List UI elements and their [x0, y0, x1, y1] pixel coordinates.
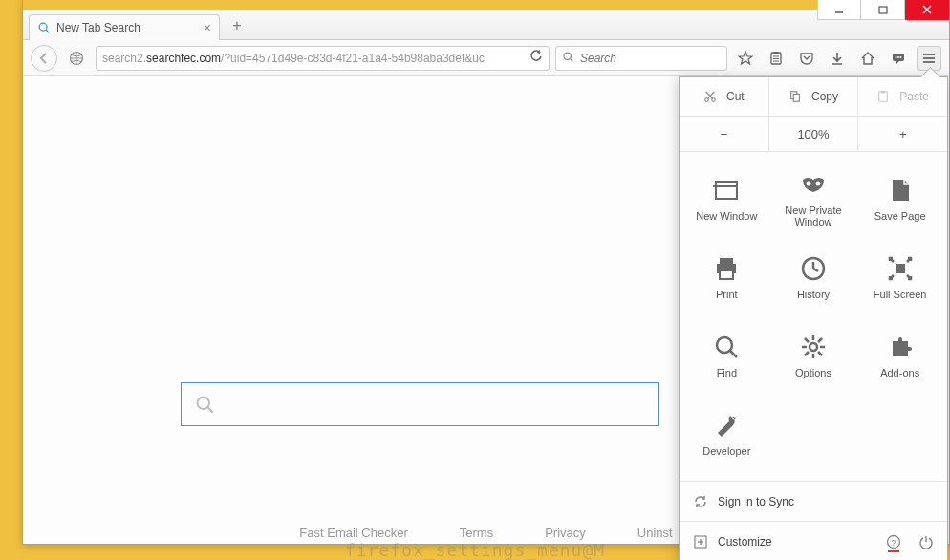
svg-line-50	[818, 338, 822, 342]
menu-item-label: Save Page	[874, 210, 926, 222]
tab-active[interactable]: New Tab Search ×	[29, 14, 220, 40]
chat-icon[interactable]	[886, 46, 911, 71]
titlebar	[23, 0, 949, 10]
svg-rect-31	[716, 182, 737, 199]
footer-link[interactable]: Uninst	[637, 526, 673, 540]
navbar: search2.searchfec.com/?uid=4571d49e-c83d…	[23, 40, 949, 76]
svg-rect-30	[881, 91, 885, 94]
bookmark-star-icon[interactable]	[733, 46, 758, 71]
customize-row[interactable]: Customize ?	[680, 521, 947, 560]
home-icon[interactable]	[855, 46, 880, 71]
downloads-icon[interactable]	[825, 46, 850, 71]
mask-icon	[799, 170, 828, 199]
fullscreen-button[interactable]: Full Screen	[856, 238, 943, 316]
menu-grid: New Window New Private Window Save Page …	[680, 152, 947, 481]
cut-button[interactable]: Cut	[680, 77, 769, 116]
svg-rect-39	[896, 264, 905, 273]
copy-button[interactable]: Copy	[769, 77, 859, 116]
sync-row[interactable]: Sign in to Sync	[680, 481, 947, 521]
page-icon	[886, 176, 915, 205]
svg-line-49	[805, 352, 809, 355]
minimize-button[interactable]	[817, 0, 861, 20]
svg-line-47	[805, 338, 809, 342]
menu-item-label: Developer	[702, 445, 750, 457]
svg-point-21	[198, 398, 210, 410]
gear-icon	[799, 333, 828, 361]
svg-line-8	[571, 58, 573, 61]
copy-label: Copy	[811, 90, 838, 103]
footer-link[interactable]: Terms	[460, 526, 493, 540]
footer-link[interactable]: Privacy	[545, 526, 586, 540]
svg-line-41	[730, 351, 737, 357]
page-search-box[interactable]	[181, 382, 659, 426]
svg-point-7	[564, 53, 571, 59]
menu-item-label: New Window	[696, 210, 757, 222]
svg-text:?: ?	[891, 537, 896, 547]
tab-close-icon[interactable]: ×	[204, 20, 211, 35]
save-page-button[interactable]: Save Page	[856, 160, 943, 238]
puzzle-icon	[886, 333, 915, 361]
svg-point-40	[717, 337, 732, 353]
paste-button: Paste	[858, 77, 947, 116]
pocket-icon[interactable]	[794, 46, 819, 71]
print-button[interactable]: Print	[683, 238, 770, 316]
menu-item-label: Full Screen	[874, 289, 927, 300]
print-icon	[712, 254, 741, 283]
search-bar[interactable]	[555, 46, 727, 71]
menu-item-label: History	[797, 289, 830, 300]
svg-line-48	[818, 352, 822, 355]
svg-line-5	[46, 30, 49, 32]
window-icon	[712, 176, 741, 205]
options-button[interactable]: Options	[770, 316, 857, 395]
find-button[interactable]: Find	[683, 316, 770, 395]
search-input[interactable]	[580, 52, 721, 65]
reload-icon[interactable]	[529, 50, 543, 66]
clock-icon	[799, 254, 828, 283]
plus-icon	[693, 534, 708, 549]
svg-rect-35	[720, 258, 733, 264]
url-path: /?uid=4571d49e-c83d-4f21-a1a4-54b98aba3d…	[221, 52, 485, 65]
menu-item-label: Print	[716, 289, 738, 300]
history-button[interactable]: History	[770, 238, 857, 316]
sync-icon	[693, 494, 708, 509]
sync-label: Sign in to Sync	[718, 495, 794, 508]
svg-point-4	[39, 23, 47, 31]
menu-item-label: Find	[717, 367, 737, 378]
fullscreen-icon	[886, 254, 915, 283]
maximize-button[interactable]	[861, 0, 905, 20]
url-bar[interactable]: search2.searchfec.com/?uid=4571d49e-c83d…	[96, 46, 550, 71]
svg-point-34	[815, 182, 820, 186]
svg-point-16	[897, 56, 899, 58]
svg-point-42	[810, 343, 817, 351]
menu-item-label: New Private Window	[770, 205, 857, 227]
tab-title: New Tab Search	[56, 21, 140, 34]
developer-button[interactable]: Developer	[683, 395, 770, 473]
close-button[interactable]	[905, 0, 949, 20]
addons-button[interactable]: Add-ons	[856, 316, 943, 395]
svg-rect-10	[774, 52, 779, 54]
edit-row: Cut Copy Paste	[680, 77, 947, 117]
svg-rect-28	[793, 94, 799, 101]
new-tab-button[interactable]: +	[226, 14, 248, 37]
zoom-in-button[interactable]: +	[858, 117, 947, 151]
svg-rect-37	[720, 270, 733, 279]
search-icon	[37, 21, 51, 34]
svg-point-15	[896, 56, 897, 58]
clipboard-icon[interactable]	[764, 46, 788, 71]
svg-point-17	[900, 56, 902, 58]
new-window-button[interactable]: New Window	[683, 160, 770, 238]
tabstrip: New Tab Search × +	[23, 10, 949, 40]
zoom-out-button[interactable]: −	[680, 117, 769, 151]
hamburger-menu-popup: Cut Copy Paste − 100% + New Window New P…	[679, 76, 948, 560]
footer-link[interactable]: Fast Email Checker	[299, 526, 407, 540]
cut-label: Cut	[726, 90, 745, 103]
back-button[interactable]	[31, 45, 57, 72]
wrench-icon	[712, 411, 741, 440]
site-identity-icon[interactable]	[63, 47, 90, 70]
svg-point-33	[806, 182, 810, 186]
help-icon[interactable]: ?	[886, 534, 901, 549]
search-icon	[195, 395, 214, 414]
new-private-window-button[interactable]: New Private Window	[770, 160, 857, 238]
paste-label: Paste	[899, 90, 929, 103]
power-icon[interactable]	[918, 534, 934, 549]
